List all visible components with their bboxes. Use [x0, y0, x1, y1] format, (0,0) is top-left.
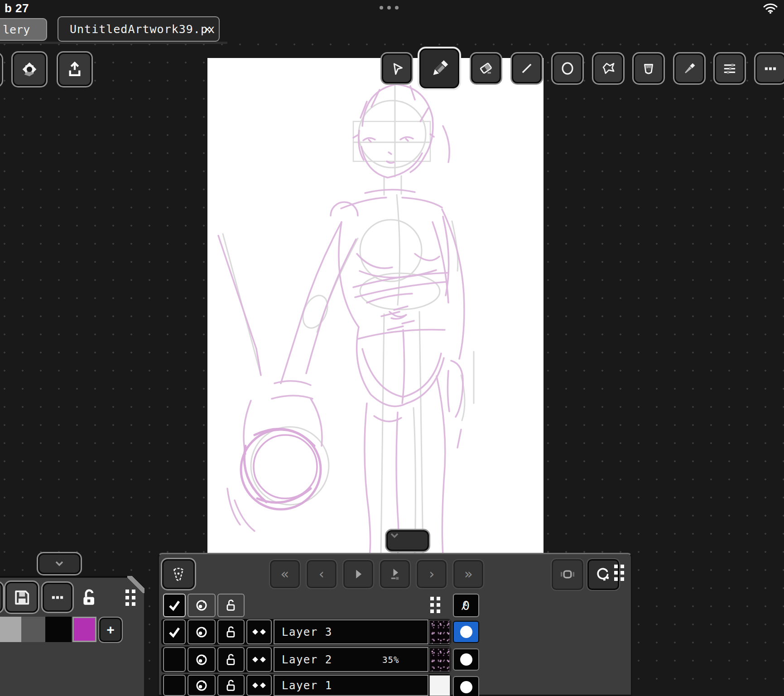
play-button[interactable] — [343, 560, 373, 588]
bucket-icon — [641, 61, 656, 76]
layer-opacity: 35% — [382, 655, 399, 665]
palette-more-button[interactable] — [43, 583, 72, 612]
eyedropper-tool-button[interactable] — [674, 53, 704, 83]
step-back-icon: ‹ — [317, 567, 326, 581]
layer-name: Layer 2 — [282, 653, 332, 666]
circle-icon — [560, 61, 575, 76]
tab-active-label: UntitledArtwork39.px — [70, 23, 215, 36]
pencil-icon — [429, 58, 450, 79]
swatch-gray[interactable] — [21, 617, 45, 642]
play-once-button[interactable] — [380, 560, 410, 588]
frame-checkbox-checked[interactable] — [163, 594, 186, 617]
lasso-tool-button[interactable] — [593, 53, 623, 83]
loop-icon — [595, 566, 611, 583]
layer2-thumbnail[interactable] — [429, 648, 450, 672]
layer3-thumbnail[interactable] — [429, 620, 450, 644]
lock-open-icon — [81, 588, 98, 608]
pencil-tool-button[interactable] — [419, 48, 459, 88]
layer2-link-toggle[interactable] — [246, 647, 272, 672]
two-dots-icon — [253, 683, 265, 687]
frame-drag-handle-icon[interactable] — [430, 597, 440, 613]
frame-number: 0 — [462, 599, 470, 613]
layer1-options-button[interactable] — [453, 676, 479, 696]
settings-button[interactable] — [13, 53, 46, 86]
close-tab-icon[interactable]: ✕ — [204, 23, 211, 35]
canvas-collapse-button[interactable] — [386, 530, 429, 551]
draw-mode-button[interactable] — [162, 559, 195, 589]
layer1-thumbnail[interactable] — [429, 675, 450, 696]
tab-gallery[interactable]: lery — [0, 18, 47, 41]
toolbar-partial-button[interactable] — [0, 53, 2, 86]
play-icon — [353, 568, 364, 580]
palette-partial-button[interactable] — [0, 582, 3, 612]
move-tool-button[interactable] — [382, 53, 412, 83]
layer1-link-toggle[interactable] — [246, 675, 272, 696]
layers-drag-handle-icon[interactable] — [614, 565, 624, 581]
layer2-name-cell[interactable]: Layer 2 35% — [274, 647, 428, 672]
layer3-link-toggle[interactable] — [246, 619, 272, 644]
adjust-tool-button[interactable] — [715, 53, 745, 83]
onion-skin-icon — [559, 568, 576, 581]
step-back-button[interactable]: ‹ — [307, 560, 337, 588]
layer-name: Layer 3 — [282, 626, 332, 638]
gear-icon — [21, 61, 38, 78]
frame-number-badge[interactable]: 0 — [453, 594, 479, 617]
layer1-name-cell[interactable]: Layer 1 — [274, 675, 428, 696]
line-tool-button[interactable] — [512, 53, 542, 83]
swatch-magenta-selected[interactable] — [72, 617, 96, 642]
chevron-down-icon — [388, 532, 401, 540]
step-forward-button[interactable]: › — [417, 560, 447, 588]
drag-handle-icon[interactable] — [125, 590, 135, 606]
line-icon — [519, 61, 534, 76]
frame-visibility-toggle[interactable] — [188, 594, 216, 617]
swatch-light-gray[interactable] — [0, 617, 21, 642]
lock-open-icon — [225, 625, 237, 639]
fill-tool-button[interactable] — [634, 53, 664, 83]
layer1-checkbox-unchecked[interactable] — [163, 675, 186, 696]
swatch-black[interactable] — [45, 617, 72, 642]
wifi-icon — [762, 2, 779, 16]
layer3-name-cell[interactable]: Layer 3 — [274, 619, 428, 644]
layer3-options-button-selected[interactable] — [453, 621, 479, 643]
multitask-dots-icon[interactable] — [380, 6, 399, 10]
layer3-lock-toggle[interactable] — [217, 619, 245, 644]
two-dots-icon — [253, 657, 265, 662]
layer2-checkbox-unchecked[interactable] — [163, 647, 186, 672]
layer1-lock-toggle[interactable] — [217, 675, 245, 696]
onion-skin-button[interactable] — [552, 559, 583, 590]
eraser-tool-button[interactable] — [471, 53, 501, 83]
add-swatch-button[interactable]: + — [99, 618, 122, 642]
layer3-checkbox-checked[interactable] — [163, 619, 186, 644]
more-tools-button[interactable] — [755, 53, 784, 83]
skip-end-button[interactable]: » — [453, 560, 483, 588]
skip-start-icon: « — [281, 567, 289, 581]
lock-open-icon — [225, 599, 237, 612]
layer2-lock-toggle[interactable] — [217, 647, 245, 672]
tab-gallery-label: lery — [3, 23, 30, 36]
skip-start-button[interactable]: « — [270, 560, 300, 588]
layer2-visibility-toggle[interactable] — [188, 647, 216, 672]
layer2-options-button[interactable] — [453, 648, 479, 671]
save-icon — [13, 588, 31, 606]
ellipse-tool-button[interactable] — [553, 53, 582, 83]
circle-icon — [460, 626, 472, 638]
check-icon — [168, 625, 181, 639]
layer1-visibility-toggle[interactable] — [188, 675, 216, 696]
save-palette-button[interactable] — [5, 582, 38, 613]
export-button[interactable] — [58, 53, 91, 86]
pen-tool-icon — [170, 566, 187, 582]
palette-lock-toggle[interactable] — [81, 588, 98, 609]
status-clock: b 27 — [5, 1, 29, 15]
frame-lock-toggle[interactable] — [217, 594, 245, 617]
eraser-icon — [478, 61, 494, 76]
drawing-canvas[interactable] — [207, 58, 544, 556]
layer3-visibility-toggle[interactable] — [188, 619, 216, 644]
palette-collapse-button[interactable] — [38, 553, 81, 574]
two-dots-icon — [253, 630, 265, 634]
sketch-drawing — [207, 58, 544, 556]
status-bar: b 27 — [0, 0, 784, 16]
more-dots-icon — [50, 590, 65, 605]
color-palette-panel: + — [0, 576, 144, 696]
more-dots-icon — [763, 61, 778, 76]
tab-active-document[interactable]: UntitledArtwork39.px ✕ — [58, 16, 220, 42]
